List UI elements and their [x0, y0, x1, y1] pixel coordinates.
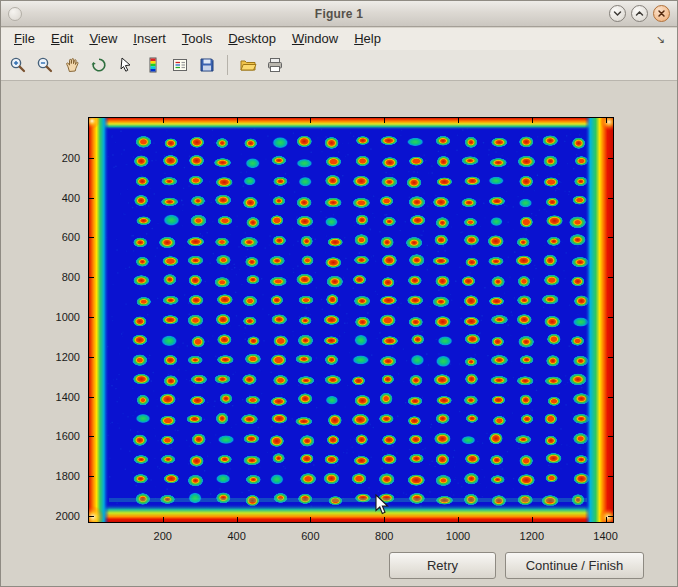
toolbar-separator: [227, 55, 228, 75]
zoom-in-button[interactable]: [6, 53, 30, 77]
menu-edit[interactable]: Edit: [43, 29, 81, 49]
y-tick-label: 200: [62, 152, 80, 164]
menu-insert[interactable]: Insert: [125, 29, 174, 49]
x-tick-label: 600: [301, 530, 319, 542]
colorbar-button[interactable]: [141, 53, 165, 77]
rotate-3d-button[interactable]: [87, 53, 111, 77]
menu-file[interactable]: File: [6, 29, 43, 49]
y-tick-label: 1000: [56, 311, 80, 323]
printer-icon: [266, 56, 284, 74]
x-tick-label: 800: [375, 530, 393, 542]
x-tick-label: 1400: [593, 530, 617, 542]
x-tick-label: 400: [227, 530, 245, 542]
data-cursor-icon: [117, 56, 135, 74]
print-button[interactable]: [263, 53, 287, 77]
y-tick-label: 2000: [56, 510, 80, 522]
close-button[interactable]: [653, 5, 670, 22]
retry-button[interactable]: Retry: [389, 552, 496, 579]
toolbar: [1, 50, 677, 81]
y-tick-label: 1800: [56, 470, 80, 482]
continue-finish-button[interactable]: Continue / Finish: [505, 552, 644, 579]
zoom-out-button[interactable]: [33, 53, 57, 77]
shade-button[interactable]: [609, 5, 626, 22]
save-icon: [198, 56, 216, 74]
menubar-overflow-icon[interactable]: ↘: [656, 33, 672, 46]
colorbar-icon: [144, 56, 162, 74]
y-tick-label: 1600: [56, 430, 80, 442]
chevron-down-icon: [612, 8, 623, 19]
zoom-in-icon: [9, 56, 27, 74]
x-tick-label: 1000: [446, 530, 470, 542]
rotate-icon: [90, 56, 108, 74]
titlebar[interactable]: Figure 1: [1, 1, 677, 27]
y-tick-label: 1400: [56, 391, 80, 403]
legend-button[interactable]: [168, 53, 192, 77]
data-cursor-button[interactable]: [114, 53, 138, 77]
hand-icon: [63, 56, 81, 74]
menu-desktop[interactable]: Desktop: [220, 29, 284, 49]
open-button[interactable]: [236, 53, 260, 77]
legend-icon: [171, 56, 189, 74]
figure-window: Figure 1 File Edit View Insert Tools Des…: [0, 0, 678, 587]
pan-button[interactable]: [60, 53, 84, 77]
menu-help[interactable]: Help: [346, 29, 389, 49]
y-tick-label: 600: [62, 231, 80, 243]
menu-tools[interactable]: Tools: [174, 29, 220, 49]
close-icon: [656, 8, 667, 19]
chevron-up-icon: [634, 8, 645, 19]
y-tick-label: 1200: [56, 351, 80, 363]
maximize-button[interactable]: [631, 5, 648, 22]
y-tick-label: 800: [62, 271, 80, 283]
x-tick-label: 1200: [520, 530, 544, 542]
plot-image[interactable]: [88, 117, 614, 523]
folder-open-icon: [239, 56, 257, 74]
y-tick-label: 400: [62, 192, 80, 204]
window-menu-icon[interactable]: [8, 7, 22, 21]
menubar: File Edit View Insert Tools Desktop Wind…: [1, 28, 677, 50]
menu-window[interactable]: Window: [284, 29, 346, 49]
save-button[interactable]: [195, 53, 219, 77]
menu-view[interactable]: View: [81, 29, 125, 49]
mouse-cursor: [375, 494, 390, 520]
zoom-out-icon: [36, 56, 54, 74]
x-tick-label: 200: [154, 530, 172, 542]
window-controls: [609, 5, 670, 22]
window-title: Figure 1: [1, 7, 677, 21]
